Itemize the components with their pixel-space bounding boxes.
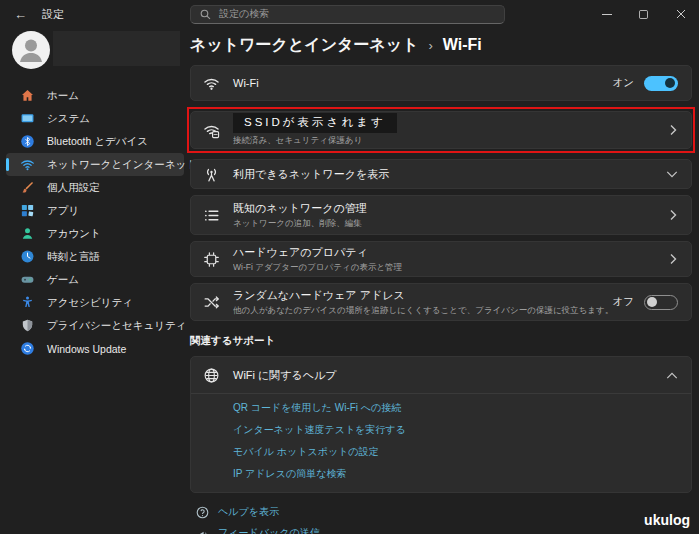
- person-icon: [12, 31, 50, 69]
- shuffle-icon: [203, 294, 220, 311]
- accessibility-person-icon: [20, 295, 35, 310]
- close-button[interactable]: [662, 0, 699, 28]
- list-icon: [203, 207, 220, 224]
- page-title: Wi-Fi: [443, 36, 482, 54]
- settings-window: { "window": { "app_title": "設定", "back":…: [0, 0, 699, 534]
- update-arrows-icon: [20, 341, 35, 356]
- sidebar-item-accessibility[interactable]: アクセシビリティ: [6, 291, 184, 314]
- breadcrumb: ネットワークとインターネット › Wi-Fi: [190, 35, 692, 56]
- monitor-icon: [20, 111, 35, 126]
- ssid-status: 接続済み、セキュリティ保護あり: [233, 135, 668, 147]
- sidebar-item-windows-update[interactable]: Windows Update: [6, 337, 184, 360]
- row-title: 利用できるネットワークを表示: [233, 167, 389, 182]
- random-mac-toggle-switch[interactable]: [644, 295, 678, 310]
- chip-icon: [203, 251, 220, 268]
- get-help-link[interactable]: ヘルプを表示: [190, 505, 692, 519]
- shield-icon: [20, 318, 35, 333]
- user-account-area[interactable]: [0, 28, 190, 78]
- show-available-networks-row[interactable]: 利用できるネットワークを表示: [190, 159, 692, 189]
- send-feedback-link[interactable]: フィードバックの送信: [190, 526, 692, 534]
- chevron-right-icon: [668, 252, 678, 266]
- wifi-state-label: オン: [613, 76, 635, 90]
- footer-links: ヘルプを表示 フィードバックの送信: [190, 505, 692, 534]
- sidebar-item-accounts[interactable]: アカウント: [6, 222, 184, 245]
- sidebar-item-home[interactable]: ホーム: [6, 84, 184, 107]
- apps-grid-icon: [20, 203, 35, 218]
- sidebar-item-time-language[interactable]: 時刻と言語: [6, 245, 184, 268]
- back-button[interactable]: ←: [14, 8, 27, 21]
- wifi-help-header[interactable]: WiFi に関するヘルプ: [191, 357, 691, 393]
- user-name-redacted: [53, 31, 180, 66]
- window-controls: [588, 0, 699, 28]
- chevron-up-icon: [666, 371, 678, 380]
- sidebar-item-bluetooth-devices[interactable]: Bluetooth とデバイス: [6, 130, 184, 153]
- help-link-mobile-hotspot[interactable]: モバイル ホットスポットの設定: [233, 445, 691, 459]
- toggle-knob: [665, 78, 675, 88]
- main-content: ネットワークとインターネット › Wi-Fi Wi-Fi オン SSIDが表示さ…: [190, 28, 699, 534]
- home-icon: [20, 88, 35, 103]
- help-links: QR コードを使用した Wi-Fi への接続 インターネット速度テストを実行する…: [191, 394, 691, 492]
- chevron-down-icon: [666, 170, 678, 179]
- search-placeholder: 設定の検索: [219, 7, 269, 21]
- wifi-icon: [203, 75, 220, 92]
- feedback-icon: [196, 527, 209, 534]
- globe-icon: [203, 367, 220, 384]
- breadcrumb-parent[interactable]: ネットワークとインターネット: [190, 35, 419, 56]
- help-icon: [196, 506, 209, 519]
- help-link-speed-test[interactable]: インターネット速度テストを実行する: [233, 423, 691, 437]
- help-link-qr-connect[interactable]: QR コードを使用した Wi-Fi への接続: [233, 401, 691, 415]
- sidebar-item-system[interactable]: システム: [6, 107, 184, 130]
- ssid-connection-row[interactable]: SSIDが表示されます 接続済み、セキュリティ保護あり: [190, 111, 692, 149]
- wifi-icon: [20, 157, 35, 172]
- row-subtitle: ネットワークの追加、削除、編集: [233, 218, 668, 230]
- minimize-button[interactable]: [588, 0, 625, 28]
- sidebar-item-network-internet[interactable]: ネットワークとインターネット: [6, 153, 184, 176]
- red-highlight-annotation: SSIDが表示されます 接続済み、セキュリティ保護あり: [187, 107, 695, 153]
- titlebar: ← 設定 設定の検索: [0, 0, 699, 28]
- watermark: ukulog: [644, 512, 690, 528]
- sidebar-item-personalization[interactable]: 個人用設定: [6, 176, 184, 199]
- row-title: 既知のネットワークの管理: [233, 201, 668, 216]
- sidebar-item-apps[interactable]: アプリ: [6, 199, 184, 222]
- wifi-help-card: WiFi に関するヘルプ QR コードを使用した Wi-Fi への接続 インター…: [190, 356, 692, 493]
- row-title: ランダムなハードウェア アドレス: [233, 288, 613, 303]
- selected-indicator: [6, 158, 9, 171]
- brush-icon: [20, 180, 35, 195]
- wifi-help-title: WiFi に関するヘルプ: [233, 368, 337, 383]
- wifi-toggle-switch[interactable]: [644, 76, 678, 91]
- hardware-properties-row[interactable]: ハードウェアのプロパティ Wi-Fi アダプターのプロパティの表示と管理: [190, 241, 692, 277]
- sidebar-item-privacy-security[interactable]: プライバシーとセキュリティ: [6, 314, 184, 337]
- chevron-right-icon: [668, 123, 678, 137]
- bluetooth-icon: [20, 134, 35, 149]
- chevron-right-icon: [668, 208, 678, 222]
- random-mac-state-label: オフ: [613, 295, 635, 309]
- clock-icon: [20, 249, 35, 264]
- gamepad-icon: [20, 272, 35, 287]
- sidebar-nav: ホーム システム Bluetooth とデバイス ネットワークとインターネット …: [0, 78, 190, 360]
- sidebar-item-gaming[interactable]: ゲーム: [6, 268, 184, 291]
- row-subtitle: Wi-Fi アダプターのプロパティの表示と管理: [233, 262, 668, 274]
- wifi-toggle-row[interactable]: Wi-Fi オン: [190, 65, 692, 101]
- help-link-find-ip[interactable]: IP アドレスの簡単な検索: [233, 467, 691, 481]
- account-icon: [20, 226, 35, 241]
- app-title: 設定: [42, 7, 64, 22]
- search-input[interactable]: 設定の検索: [190, 5, 505, 24]
- manage-known-networks-row[interactable]: 既知のネットワークの管理 ネットワークの追加、削除、編集: [190, 195, 692, 235]
- breadcrumb-separator-icon: ›: [429, 38, 433, 53]
- wifi-properties-icon: [203, 122, 220, 139]
- avatar[interactable]: [12, 31, 50, 69]
- row-subtitle: 他の人があなたのデバイスの場所を追跡しにくくすることで、プライバシーの保護に役立…: [233, 305, 613, 317]
- antenna-icon: [203, 166, 220, 183]
- random-hardware-address-row[interactable]: ランダムなハードウェア アドレス 他の人があなたのデバイスの場所を追跡しにくくす…: [190, 283, 692, 321]
- row-title: ハードウェアのプロパティ: [233, 245, 668, 260]
- sidebar: ホーム システム Bluetooth とデバイス ネットワークとインターネット …: [0, 28, 190, 534]
- search-icon: [200, 9, 211, 20]
- ssid-name: SSIDが表示されます: [233, 113, 397, 133]
- row-title: Wi-Fi: [233, 77, 259, 89]
- maximize-button[interactable]: [625, 0, 662, 28]
- related-support-heading: 関連するサポート: [190, 334, 692, 348]
- titlebar-left: ← 設定: [0, 7, 190, 22]
- toggle-knob: [647, 297, 657, 307]
